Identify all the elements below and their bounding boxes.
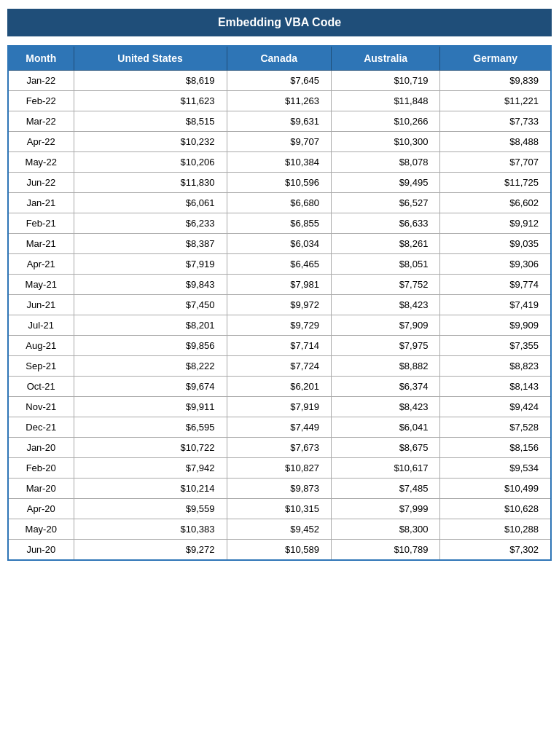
table-row: Aug-21$9,856$7,714$7,975$7,355: [8, 336, 551, 356]
page-wrapper: Embedding VBA Code Month United States C…: [0, 0, 559, 570]
table-cell: $8,222: [74, 356, 227, 377]
table-cell: Jun-20: [8, 540, 74, 561]
table-cell: $10,232: [74, 132, 227, 152]
table-cell: $6,465: [227, 254, 331, 275]
table-cell: $7,909: [331, 315, 439, 336]
table-cell: Feb-20: [8, 458, 74, 479]
table-row: Jan-22$8,619$7,645$10,719$9,839: [8, 71, 551, 91]
table-cell: $11,623: [74, 91, 227, 111]
table-row: Jun-21$7,450$9,972$8,423$7,419: [8, 295, 551, 315]
table-cell: $9,631: [227, 111, 331, 132]
table-cell: $9,873: [227, 479, 331, 499]
table-cell: $9,674: [74, 377, 227, 397]
table-row: May-22$10,206$10,384$8,078$7,707: [8, 152, 551, 173]
table-cell: $8,051: [331, 254, 439, 275]
table-cell: Jan-22: [8, 71, 74, 91]
table-cell: $10,617: [331, 458, 439, 479]
table-cell: $9,774: [440, 275, 551, 295]
table-cell: $7,752: [331, 275, 439, 295]
table-cell: $10,300: [331, 132, 439, 152]
table-cell: $7,975: [331, 336, 439, 356]
table-cell: $6,061: [74, 193, 227, 213]
table-row: Apr-20$9,559$10,315$7,999$10,628: [8, 499, 551, 519]
table-cell: $10,596: [227, 173, 331, 193]
table-cell: $11,830: [74, 173, 227, 193]
table-cell: $9,909: [440, 315, 551, 336]
table-cell: $10,789: [331, 540, 439, 561]
table-cell: $6,602: [440, 193, 551, 213]
table-cell: $9,559: [74, 499, 227, 519]
table-row: Mar-20$10,214$9,873$7,485$10,499: [8, 479, 551, 499]
table-cell: May-22: [8, 152, 74, 173]
table-row: Oct-21$9,674$6,201$6,374$8,143: [8, 377, 551, 397]
table-cell: $10,722: [74, 438, 227, 458]
table-cell: Jan-21: [8, 193, 74, 213]
table-cell: $8,823: [440, 356, 551, 377]
table-cell: $9,839: [440, 71, 551, 91]
table-cell: $8,619: [74, 71, 227, 91]
table-cell: $7,733: [440, 111, 551, 132]
col-header-month: Month: [8, 46, 74, 71]
table-cell: $9,424: [440, 397, 551, 417]
table-row: Dec-21$6,595$7,449$6,041$7,528: [8, 417, 551, 438]
table-cell: $7,485: [331, 479, 439, 499]
table-row: Nov-21$9,911$7,919$8,423$9,424: [8, 397, 551, 417]
table-cell: Feb-22: [8, 91, 74, 111]
table-cell: $8,515: [74, 111, 227, 132]
table-cell: $10,206: [74, 152, 227, 173]
table-cell: $8,261: [331, 234, 439, 254]
table-row: May-20$10,383$9,452$8,300$10,288: [8, 519, 551, 540]
table-cell: Sep-21: [8, 356, 74, 377]
data-table: Month United States Canada Australia Ger…: [7, 45, 552, 561]
table-cell: $10,288: [440, 519, 551, 540]
table-cell: $9,912: [440, 213, 551, 234]
table-cell: $8,675: [331, 438, 439, 458]
table-cell: May-21: [8, 275, 74, 295]
table-cell: Apr-20: [8, 499, 74, 519]
table-row: Mar-22$8,515$9,631$10,266$7,733: [8, 111, 551, 132]
table-cell: $9,911: [74, 397, 227, 417]
table-cell: $6,233: [74, 213, 227, 234]
table-cell: $6,041: [331, 417, 439, 438]
table-cell: $8,387: [74, 234, 227, 254]
table-cell: $8,882: [331, 356, 439, 377]
page-title: Embedding VBA Code: [218, 16, 341, 28]
table-row: Sep-21$8,222$7,724$8,882$8,823: [8, 356, 551, 377]
table-cell: $7,714: [227, 336, 331, 356]
table-cell: Mar-20: [8, 479, 74, 499]
table-cell: $11,263: [227, 91, 331, 111]
col-header-australia: Australia: [331, 46, 439, 71]
table-cell: $8,300: [331, 519, 439, 540]
table-cell: $6,527: [331, 193, 439, 213]
table-cell: Jun-21: [8, 295, 74, 315]
table-cell: $7,724: [227, 356, 331, 377]
table-cell: Feb-21: [8, 213, 74, 234]
table-row: May-21$9,843$7,981$7,752$9,774: [8, 275, 551, 295]
table-cell: May-20: [8, 519, 74, 540]
table-cell: $10,499: [440, 479, 551, 499]
table-cell: Aug-21: [8, 336, 74, 356]
table-cell: $10,628: [440, 499, 551, 519]
table-cell: $7,528: [440, 417, 551, 438]
table-row: Apr-22$10,232$9,707$10,300$8,488: [8, 132, 551, 152]
table-cell: $8,143: [440, 377, 551, 397]
table-cell: $10,719: [331, 71, 439, 91]
table-cell: $7,355: [440, 336, 551, 356]
table-row: Jul-21$8,201$9,729$7,909$9,909: [8, 315, 551, 336]
table-cell: $11,725: [440, 173, 551, 193]
table-cell: $9,035: [440, 234, 551, 254]
table-cell: $7,302: [440, 540, 551, 561]
col-header-germany: Germany: [440, 46, 551, 71]
table-row: Jan-20$10,722$7,673$8,675$8,156: [8, 438, 551, 458]
table-cell: $7,449: [227, 417, 331, 438]
table-cell: $9,856: [74, 336, 227, 356]
table-cell: $10,384: [227, 152, 331, 173]
table-row: Mar-21$8,387$6,034$8,261$9,035: [8, 234, 551, 254]
title-bar: Embedding VBA Code: [7, 9, 552, 36]
table-cell: $7,419: [440, 295, 551, 315]
table-cell: $7,673: [227, 438, 331, 458]
table-cell: Jun-22: [8, 173, 74, 193]
table-cell: $9,843: [74, 275, 227, 295]
table-cell: $6,374: [331, 377, 439, 397]
table-cell: Mar-22: [8, 111, 74, 132]
